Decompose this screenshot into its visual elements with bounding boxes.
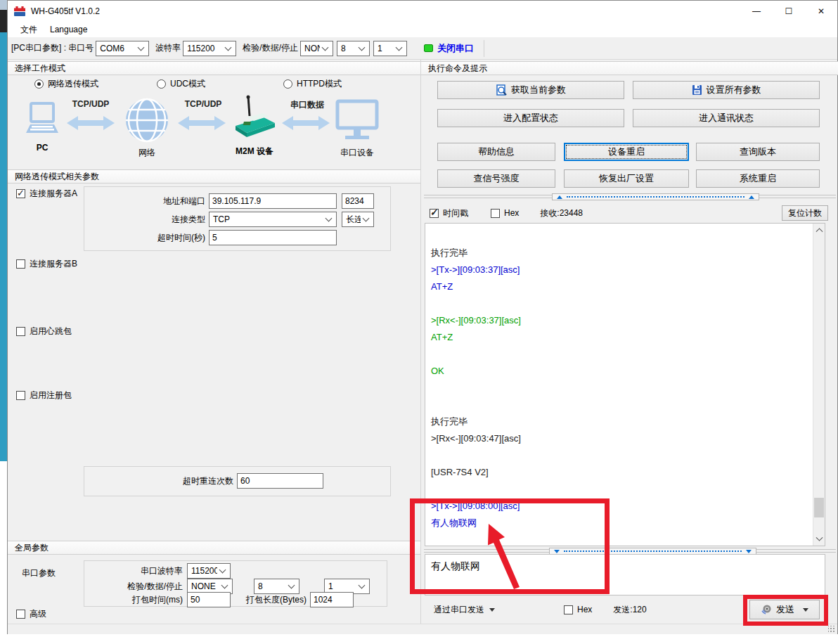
- packlen-input[interactable]: 1024: [310, 592, 354, 607]
- left-panel: 选择工作模式 网络透传模式 UDC模式 HTTPD模式: [8, 60, 420, 624]
- double-arrow-icon: [67, 115, 115, 131]
- log-controls-row: ✓ 时间戳 Hex 接收:23448 复位计数: [430, 205, 834, 221]
- log-line: [425, 447, 825, 464]
- get-params-button[interactable]: 获取当前参数: [437, 81, 624, 99]
- chevron-down-icon: [359, 582, 366, 589]
- radio-udc-mode[interactable]: UDC模式: [157, 78, 205, 90]
- packlen-label: 打包长度(Bytes): [231, 594, 307, 606]
- parity-select[interactable]: NONI: [300, 41, 333, 56]
- enter-config-button[interactable]: 进入配置状态: [437, 109, 624, 127]
- query-version-button[interactable]: 查询版本: [696, 143, 820, 161]
- set-params-button[interactable]: 设置所有参数: [633, 81, 820, 99]
- scroll-thumb[interactable]: [814, 498, 824, 517]
- databits-select[interactable]: 8: [337, 41, 370, 56]
- pc-laptop-icon: [22, 102, 63, 141]
- global-serial-group: 串口波特率 115200 检验/数据/停止 NONE 8 1: [84, 560, 387, 607]
- log-line: AT+Z: [425, 278, 825, 295]
- scroll-up-arrow[interactable]: [813, 224, 825, 236]
- checkbox-timestamp[interactable]: ✓ 时间戳: [430, 207, 468, 219]
- checkbox-icon: [491, 209, 500, 218]
- log-line: [425, 380, 825, 397]
- checkbox-heartbeat[interactable]: 启用心跳包: [16, 326, 72, 337]
- diagram-network-label: 网络: [124, 147, 169, 159]
- checkbox-regpack[interactable]: 启用注册包: [16, 389, 72, 401]
- diagram-pc-label: PC: [22, 143, 63, 153]
- reconnect-label: 超时重连次数: [84, 475, 233, 487]
- splitter-dots: [567, 196, 744, 198]
- close-serial-button[interactable]: 关闭串口: [437, 42, 474, 55]
- packtime-input[interactable]: 50: [187, 592, 231, 607]
- splitter-horizontal-top[interactable]: [424, 195, 836, 198]
- log-line: [USR-7S4 V2]: [425, 464, 825, 481]
- checkbox-icon: [16, 391, 25, 400]
- checkbox-icon: [564, 605, 573, 614]
- chevron-down-icon: [359, 44, 366, 51]
- statusbar: [8, 624, 837, 634]
- enter-comm-button[interactable]: 进入通讯状态: [633, 109, 820, 127]
- menubar: 文件 Language: [8, 22, 837, 37]
- addr-port-label: 地址和端口: [84, 195, 205, 207]
- menu-language[interactable]: Language: [44, 22, 93, 37]
- commands-header: 执行命令及提示: [421, 61, 838, 75]
- device-restart-button[interactable]: 设备重启: [564, 143, 689, 161]
- baud-select[interactable]: 115200: [183, 41, 236, 56]
- toolbar-separator: [484, 40, 484, 57]
- close-button[interactable]: ✕: [805, 1, 837, 22]
- checkbox-server-b[interactable]: 连接服务器B: [16, 258, 77, 270]
- factory-reset-button[interactable]: 恢复出厂设置: [564, 169, 689, 188]
- radio-icon: [157, 79, 166, 89]
- scroll-down-arrow[interactable]: [813, 534, 825, 546]
- global-baud-label: 串口波特率: [84, 565, 183, 577]
- checkbox-server-a[interactable]: 连接服务器A: [16, 188, 77, 200]
- radio-httpd-mode[interactable]: HTTPD模式: [283, 78, 342, 90]
- checkbox-recv-hex[interactable]: Hex: [491, 208, 519, 218]
- log-line: [425, 346, 825, 363]
- chevron-down-icon: [325, 215, 333, 222]
- baud-label: 波特率: [155, 42, 181, 54]
- keepalive-select[interactable]: 长连接: [342, 212, 374, 227]
- radio-net-transparent-mode[interactable]: 网络透传模式: [34, 78, 98, 90]
- server-a-address-input[interactable]: 39.105.117.9: [209, 193, 337, 209]
- minimize-button[interactable]: —: [740, 1, 773, 22]
- global-parity-label: 检验/数据/停止: [84, 581, 183, 593]
- stopbits-select[interactable]: 1: [373, 41, 407, 56]
- serial-device-monitor-icon: [335, 99, 379, 143]
- server-a-port-input[interactable]: 8234: [342, 193, 374, 209]
- splitter-handle[interactable]: [552, 193, 759, 200]
- diagram-link1-label: TCP/UDP: [63, 99, 119, 109]
- serial-open-led-icon: [424, 44, 433, 52]
- system-restart-button[interactable]: 系统重启: [696, 169, 820, 188]
- timeout-input[interactable]: 5: [209, 230, 337, 245]
- checkbox-advanced[interactable]: 高级: [16, 608, 46, 620]
- checkbox-icon: [16, 189, 25, 198]
- radio-icon: [34, 79, 44, 89]
- log-line: [425, 295, 825, 312]
- menu-file[interactable]: 文件: [15, 22, 43, 38]
- net-params-header: 网络透传模式相关参数: [8, 169, 420, 183]
- save-floppy-icon: [692, 84, 702, 96]
- radio-icon: [283, 79, 292, 89]
- com-port-select[interactable]: COM6: [96, 41, 149, 56]
- conn-type-select[interactable]: TCP: [209, 212, 337, 227]
- annotation-arrow: [460, 515, 538, 596]
- chevron-down-icon: [138, 44, 145, 51]
- parity-label: 检验/数据/停止: [243, 42, 298, 54]
- log-output-area[interactable]: 执行完毕>[Tx->][09:03:37][asc]AT+Z >[Rx<-][0…: [425, 223, 825, 546]
- log-line: >[Tx->][09:03:37][asc]: [425, 262, 825, 278]
- resize-grip[interactable]: [828, 626, 835, 633]
- global-baud-select[interactable]: 115200: [187, 563, 231, 579]
- reconnect-group: 超时重连次数 60: [84, 466, 391, 496]
- query-signal-button[interactable]: 查信号强度: [437, 169, 555, 188]
- reset-count-button[interactable]: 复位计数: [782, 205, 828, 221]
- maximize-button[interactable]: ☐: [773, 1, 805, 22]
- triangle-down-icon: [489, 608, 495, 612]
- help-info-button[interactable]: 帮助信息: [437, 143, 555, 161]
- chevron-down-icon: [221, 582, 228, 589]
- log-scrollbar[interactable]: [813, 224, 825, 546]
- checkbox-send-hex[interactable]: Hex: [564, 605, 592, 614]
- work-mode-header: 选择工作模式: [8, 61, 420, 75]
- log-line: [425, 397, 825, 413]
- serial-settings-label: [PC串口参数] : 串口号: [11, 42, 94, 54]
- reconnect-input[interactable]: 60: [237, 473, 323, 489]
- send-via-dropdown[interactable]: 通过串口发送: [434, 604, 495, 616]
